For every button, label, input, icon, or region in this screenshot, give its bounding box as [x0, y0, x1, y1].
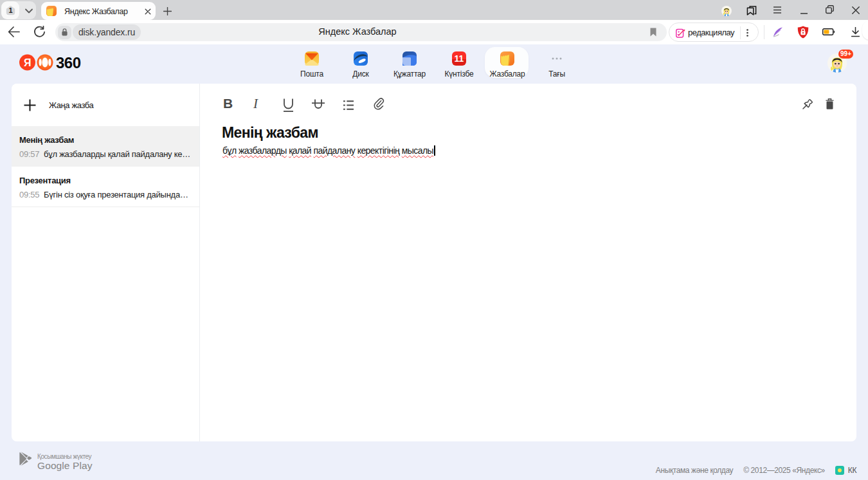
svg-text:11: 11 [455, 53, 464, 64]
svg-text:1: 1 [8, 6, 12, 14]
svg-text:Я: Я [24, 57, 32, 68]
